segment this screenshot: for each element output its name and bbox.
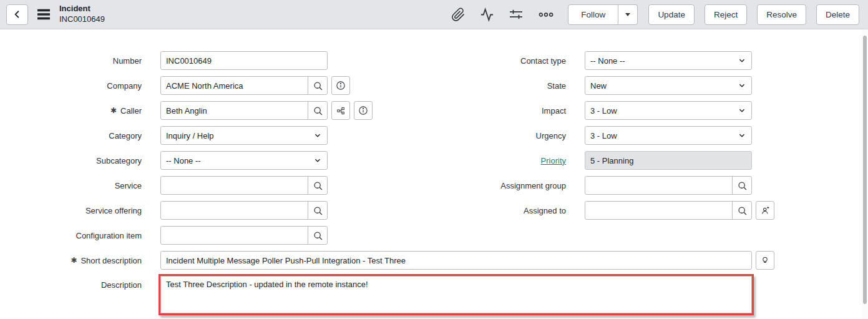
service-offering-label: Service offering bbox=[0, 206, 142, 215]
record-type: Incident bbox=[59, 4, 105, 14]
state-label: State bbox=[460, 81, 566, 91]
assignment-group-row: Assignment group bbox=[460, 176, 774, 195]
caller-label: Caller bbox=[120, 106, 142, 115]
configuration-item-input[interactable] bbox=[161, 227, 308, 244]
search-icon bbox=[313, 205, 323, 216]
subcategory-select[interactable]: -- None -- bbox=[160, 151, 328, 170]
record-title: Incident INC0010649 bbox=[59, 4, 105, 25]
required-marker: ✱ bbox=[110, 106, 117, 115]
lightbulb-icon bbox=[760, 255, 770, 266]
chevron-left-icon bbox=[12, 9, 23, 20]
description-highlight-callout: Test Three Description - updated in the … bbox=[158, 274, 754, 315]
urgency-label: Urgency bbox=[460, 131, 566, 140]
priority-row: Priority 5 - Planning bbox=[460, 151, 774, 170]
impact-label: Impact bbox=[460, 106, 566, 115]
category-label: Category bbox=[0, 131, 142, 140]
follow-button[interactable]: Follow bbox=[568, 4, 618, 25]
contact-type-label: Contact type bbox=[460, 56, 566, 66]
service-lookup-button[interactable] bbox=[308, 177, 327, 194]
resolve-button[interactable]: Resolve bbox=[757, 4, 806, 25]
suggestion-lightbulb-button[interactable] bbox=[756, 251, 774, 270]
assigned-to-row: Assigned to bbox=[460, 201, 774, 220]
caller-input[interactable] bbox=[161, 102, 308, 119]
delete-button[interactable]: Delete bbox=[816, 4, 859, 25]
caller-lookup-button[interactable] bbox=[308, 102, 327, 119]
caller-preview-button[interactable] bbox=[354, 101, 373, 120]
state-row: State New bbox=[460, 76, 774, 95]
person-plus-icon bbox=[760, 205, 771, 216]
vertical-scrollbar[interactable] bbox=[862, 29, 868, 319]
search-icon bbox=[313, 180, 323, 191]
configuration-item-label: Configuration item bbox=[0, 231, 142, 240]
service-offering-lookup-button[interactable] bbox=[308, 202, 327, 219]
info-icon bbox=[335, 80, 346, 91]
chevron-down-icon bbox=[738, 81, 746, 90]
company-preview-button[interactable] bbox=[331, 76, 350, 95]
search-icon bbox=[737, 205, 748, 216]
service-input[interactable] bbox=[161, 177, 308, 194]
incident-form: Number Company ✱ Caller bbox=[0, 29, 868, 319]
category-select[interactable]: Inquiry / Help bbox=[160, 126, 328, 145]
contact-type-select[interactable]: -- None -- bbox=[585, 51, 752, 70]
chevron-down-icon bbox=[738, 131, 746, 140]
form-header: Incident INC0010649 Follow Update Reject… bbox=[0, 0, 868, 29]
org-chart-icon bbox=[336, 106, 346, 115]
attachment-paperclip-icon[interactable] bbox=[451, 7, 466, 22]
short-description-label: Short description bbox=[80, 256, 142, 265]
company-input[interactable] bbox=[161, 77, 308, 94]
assignment-group-lookup-button[interactable] bbox=[732, 177, 751, 194]
assigned-to-lookup-button[interactable] bbox=[732, 202, 751, 219]
follow-dropdown-button[interactable] bbox=[618, 4, 638, 25]
company-lookup-button[interactable] bbox=[308, 77, 327, 94]
impact-select[interactable]: 3 - Low bbox=[585, 101, 752, 120]
chevron-down-icon bbox=[738, 56, 746, 65]
short-description-row: ✱ Short description bbox=[0, 251, 774, 270]
search-icon bbox=[313, 230, 323, 241]
back-button[interactable] bbox=[6, 4, 28, 25]
configuration-item-lookup-button[interactable] bbox=[308, 227, 327, 244]
state-select[interactable]: New bbox=[585, 76, 752, 95]
required-marker: ✱ bbox=[71, 256, 77, 265]
caret-down-icon bbox=[624, 11, 631, 18]
description-textarea[interactable]: Test Three Description - updated in the … bbox=[160, 276, 752, 313]
company-label: Company bbox=[0, 81, 142, 91]
more-options-ellipsis-icon[interactable] bbox=[538, 7, 554, 22]
service-label: Service bbox=[0, 181, 142, 190]
urgency-row: Urgency 3 - Low bbox=[460, 126, 774, 145]
description-row: Description Test Three Description - upd… bbox=[0, 274, 774, 315]
impact-row: Impact 3 - Low bbox=[460, 101, 774, 120]
info-icon bbox=[358, 105, 369, 116]
assignment-group-input[interactable] bbox=[585, 177, 732, 194]
priority-link-label[interactable]: Priority bbox=[541, 156, 566, 165]
urgency-select[interactable]: 3 - Low bbox=[585, 126, 752, 145]
search-icon bbox=[313, 106, 323, 116]
hamburger-menu-icon[interactable] bbox=[36, 7, 51, 22]
personalize-form-sliders-icon[interactable] bbox=[509, 7, 524, 22]
subcategory-label: Subcategory bbox=[0, 156, 142, 165]
assign-to-me-button[interactable] bbox=[756, 201, 774, 220]
contact-type-row: Contact type -- None -- bbox=[460, 51, 774, 70]
chevron-down-icon bbox=[313, 156, 322, 165]
assignment-group-label: Assignment group bbox=[460, 181, 566, 190]
search-icon bbox=[313, 81, 323, 91]
description-label: Description bbox=[0, 274, 142, 290]
assigned-to-label: Assigned to bbox=[460, 206, 566, 215]
record-number: INC0010649 bbox=[59, 14, 105, 25]
priority-readonly-field: 5 - Planning bbox=[585, 151, 752, 170]
scrollbar-thumb[interactable] bbox=[863, 36, 867, 304]
number-input[interactable] bbox=[160, 51, 328, 70]
reject-button[interactable]: Reject bbox=[705, 4, 747, 25]
activity-stream-icon[interactable] bbox=[480, 7, 494, 22]
update-button[interactable]: Update bbox=[648, 4, 695, 25]
chevron-down-icon bbox=[313, 131, 322, 140]
configuration-item-row: Configuration item bbox=[0, 226, 774, 245]
number-label: Number bbox=[0, 56, 142, 66]
chevron-down-icon bbox=[738, 106, 746, 115]
caller-hierarchy-button[interactable] bbox=[331, 101, 350, 120]
assigned-to-input[interactable] bbox=[585, 202, 732, 219]
short-description-input[interactable] bbox=[160, 251, 752, 270]
search-icon bbox=[737, 180, 748, 191]
service-offering-input[interactable] bbox=[161, 202, 308, 219]
